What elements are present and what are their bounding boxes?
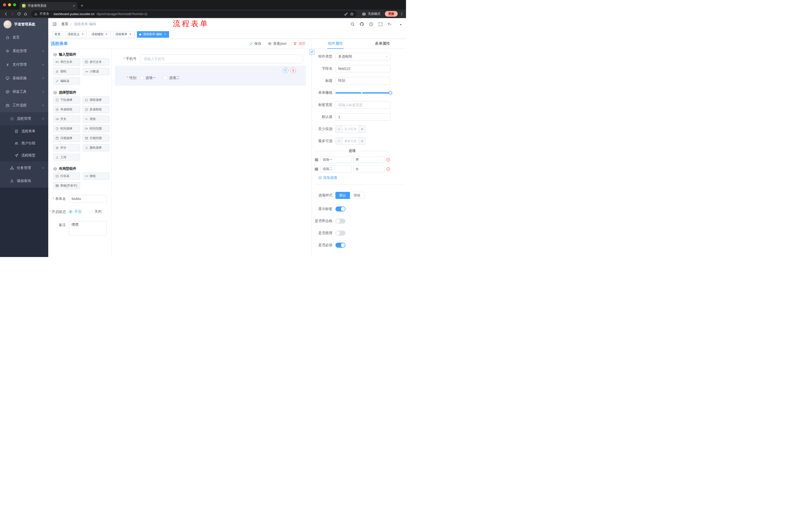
sidebar-item-user-group[interactable]: 用户分组 (0, 137, 48, 150)
incognito-chip[interactable]: 无痕模式 (359, 12, 383, 16)
sidebar-item-payment-management[interactable]: 支付管理 (0, 58, 48, 72)
doc-link-icon[interactable] (309, 49, 315, 55)
help-icon[interactable] (368, 21, 374, 28)
slider-handle[interactable] (389, 91, 392, 94)
palette-item-row-container[interactable]: 行容器 (53, 172, 80, 180)
tag-process-form[interactable]: 流程表单 × (113, 31, 135, 38)
component-type-select[interactable]: 多选框组 (336, 53, 390, 60)
sidebar-item-home[interactable]: 首页 (0, 31, 48, 44)
sidebar-item-process-form[interactable]: 流程表单 (0, 125, 48, 137)
tag-home[interactable]: 首页 (52, 31, 63, 38)
tab-close-icon[interactable]: × (73, 4, 75, 7)
palette-item-switch[interactable]: 开关 (53, 115, 80, 123)
tag-close-icon[interactable]: × (163, 33, 167, 36)
form-canvas[interactable]: 手机号 性别 (112, 49, 312, 257)
security-label[interactable]: 不安全 (39, 11, 49, 16)
tag-process-model[interactable]: 流程模型 × (89, 31, 111, 38)
status-off-radio[interactable]: 关闭 (89, 210, 102, 214)
checkbox-box[interactable] (140, 76, 143, 80)
caret-down-icon[interactable] (399, 23, 402, 26)
gender-field[interactable]: 性别 选项一 选项二 (115, 76, 302, 80)
tag-close-icon[interactable]: × (105, 33, 108, 36)
bookmark-star-icon[interactable] (350, 12, 354, 16)
reload-icon[interactable] (16, 10, 22, 17)
remove-option-icon[interactable] (386, 167, 390, 171)
option-value-input[interactable] (353, 156, 384, 163)
required-toggle[interactable] (336, 243, 345, 248)
stepper-placeholder[interactable]: 最多可选 (343, 138, 358, 144)
default-value-input[interactable] (336, 113, 390, 121)
remark-textarea[interactable]: 嘿嘿 (69, 221, 107, 236)
palette-item-time-picker[interactable]: 时间选择 (53, 125, 80, 132)
palette-item-cascader[interactable]: 级联选择 (83, 96, 110, 104)
sidebar-item-infrastructure[interactable]: 基础设施 (0, 72, 48, 85)
sidebar-item-process-management[interactable]: 流程管理 (0, 112, 48, 125)
tag-close-icon[interactable]: × (81, 33, 84, 36)
label-width-input[interactable] (336, 101, 390, 109)
browser-home-icon[interactable] (22, 10, 29, 17)
palette-item-upload[interactable]: 上传 (53, 154, 80, 161)
sidebar-item-system-management[interactable]: 系统管理 (0, 44, 48, 58)
palette-item-checkbox-group[interactable]: 多选框组 (83, 106, 110, 113)
increment-button[interactable]: + (358, 126, 365, 133)
breadcrumb-home[interactable]: 首页 (61, 22, 68, 26)
palette-item-button[interactable]: 按钮 (83, 172, 110, 180)
palette-item-slider[interactable]: 滑块 (83, 115, 110, 123)
border-toggle[interactable] (336, 218, 345, 223)
slider-track[interactable] (336, 92, 390, 93)
decrement-button[interactable]: − (336, 126, 343, 133)
clear-button[interactable]: 清空 (293, 42, 306, 46)
grid-slider[interactable] (336, 89, 390, 97)
address-bar[interactable]: 不安全 dashboard.yudao.iocoder.cn /bpm/mana… (31, 10, 357, 17)
tag-process-definition[interactable]: 流程定义 × (65, 31, 87, 38)
status-on-radio[interactable]: 开启 (69, 210, 81, 214)
palette-item-rate[interactable]: 评分 (53, 144, 80, 152)
sidebar-item-task-management[interactable]: 任务管理 (0, 161, 48, 174)
forward-icon[interactable] (9, 10, 16, 17)
add-option-button[interactable]: 添加选项 (318, 175, 390, 180)
tag-close-icon[interactable]: × (128, 33, 132, 36)
gender-option-2[interactable]: 选项二 (164, 76, 180, 80)
checkbox-box[interactable] (164, 76, 167, 80)
tab-form-props[interactable]: 表单属性 (359, 39, 406, 49)
browser-tab[interactable]: 芋道管理系统 × (20, 2, 77, 9)
brand[interactable]: 芋道管理系统 (0, 18, 48, 31)
field-name-input[interactable] (336, 65, 390, 73)
selected-component[interactable]: 性别 选项一 选项二 (115, 65, 306, 86)
style-button-button[interactable]: 按钮 (350, 192, 364, 199)
gender-option-1[interactable]: 选项一 (140, 76, 156, 80)
back-icon[interactable] (2, 10, 9, 17)
stepper-placeholder[interactable]: 至少应选 (343, 126, 358, 133)
show-label-toggle[interactable] (336, 207, 345, 212)
copy-component-button[interactable] (283, 67, 288, 73)
increment-button[interactable]: + (358, 138, 365, 144)
phone-input[interactable] (140, 54, 303, 63)
drag-handle-icon[interactable] (314, 167, 319, 171)
font-size-icon[interactable] (387, 21, 393, 28)
option-label-input[interactable] (320, 165, 351, 172)
remove-option-icon[interactable] (386, 158, 390, 162)
window-controls[interactable] (3, 3, 16, 6)
palette-item-select[interactable]: 下拉选择 (53, 96, 80, 104)
password-key-icon[interactable] (344, 12, 348, 16)
option-value-input[interactable] (353, 165, 384, 172)
disabled-toggle[interactable] (336, 231, 345, 236)
form-name-input[interactable] (69, 195, 107, 202)
style-default-button[interactable]: 默认 (336, 192, 350, 199)
palette-item-multi-line-text[interactable]: 多行文本 (83, 58, 110, 65)
fullscreen-icon[interactable] (377, 21, 383, 28)
sidebar-item-process-model[interactable]: 流程模型 (0, 150, 48, 161)
palette-item-date-range[interactable]: 日期范围 (83, 135, 110, 142)
github-icon[interactable] (359, 21, 365, 28)
decrement-button[interactable]: − (336, 138, 343, 144)
sidebar-item-leave-query[interactable]: 请假查询 (0, 174, 48, 188)
palette-item-date-picker[interactable]: 日期选择 (53, 135, 80, 142)
palette-item-table[interactable]: 表格[开发中] (53, 182, 80, 189)
sidebar-item-workflow[interactable]: 工作流程 (0, 99, 48, 112)
view-json-button[interactable]: 查看json (268, 42, 287, 46)
palette-item-password[interactable]: 密码 (53, 68, 80, 75)
browser-menu-icon[interactable] (400, 12, 404, 16)
sidebar-fold-icon[interactable] (52, 22, 57, 26)
drag-handle-icon[interactable] (314, 158, 319, 162)
option-label-input[interactable] (320, 156, 351, 163)
